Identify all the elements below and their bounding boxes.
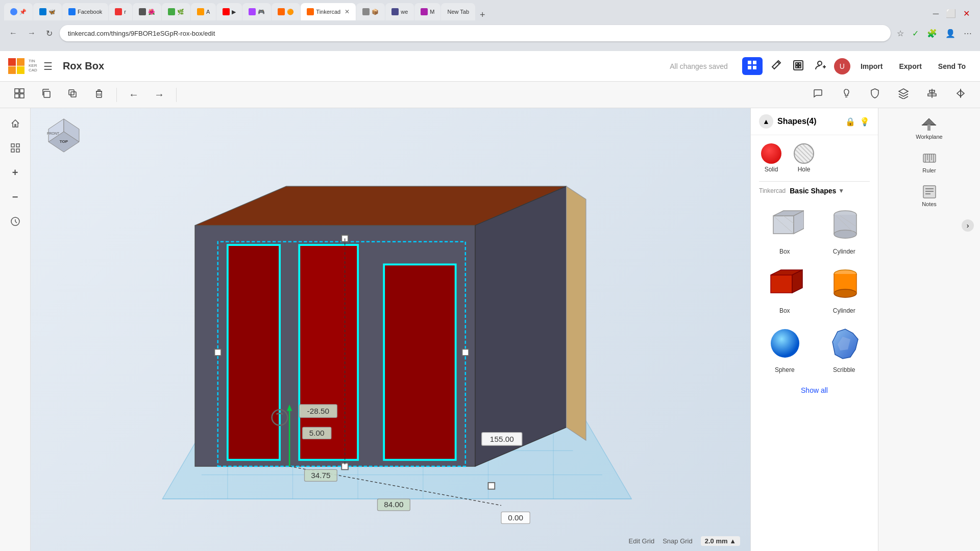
extensions-check[interactable]: ✓ [910,27,921,40]
shield-button[interactable] [864,84,886,105]
shapes-title: Shapes(4) [777,117,841,126]
tab-4[interactable]: r [109,3,132,20]
undo-button[interactable]: ← [123,85,144,104]
tab-facebook[interactable]: Facebook [62,3,108,20]
svg-rect-108 [927,124,930,131]
svg-marker-27 [957,90,961,96]
svg-marker-97 [771,275,792,293]
zoom-out-button[interactable]: − [6,188,24,206]
grid-controls: Edit Grid Snap Grid 2.0 mm ▲ [629,536,740,546]
delete-button[interactable] [88,84,110,105]
build-button[interactable] [767,56,785,76]
restore-button[interactable]: ⬜ [944,7,958,20]
shape-item-box-gray[interactable]: Box [759,204,811,255]
tab-7[interactable]: A [191,3,216,20]
tab-tinkercad[interactable]: Tinkercad✕ [301,3,356,20]
align-button[interactable] [921,84,943,105]
snap-grid-label: Snap Grid [663,537,693,545]
svg-rect-19 [96,91,102,97]
tab-5[interactable]: 🌺 [133,3,161,20]
tab-youtube[interactable]: ▶ [216,3,242,20]
tab-2[interactable]: 🦋 [33,3,62,20]
reset-view-button[interactable] [6,212,24,231]
shape-item-sphere[interactable]: Sphere [759,322,811,373]
new-tab-button[interactable]: + [476,10,489,20]
lightbulb-icon-button[interactable]: 💡 [860,117,870,127]
close-button[interactable]: ✕ [961,7,972,20]
tab-1[interactable]: 📌 [4,3,33,20]
library-dropdown[interactable]: Basic Shapes ▼ [790,187,844,195]
library-header: Tinkercad Basic Shapes ▼ [751,182,878,200]
fit-view-button[interactable] [6,139,24,157]
minimize-button[interactable]: ─ [931,7,941,20]
profile-button[interactable]: 👤 [943,27,958,40]
shapes-collapse-button[interactable]: ▲ [759,114,773,129]
shape-label-scribble: Scribble [833,366,855,373]
show-all-button[interactable]: Show all [801,386,828,394]
shapes-action-icons: 🔒 💡 [845,117,870,127]
sphere-thumb [764,322,805,363]
gallery-button[interactable] [789,56,807,76]
collapse-right-button[interactable]: › [962,219,974,232]
svg-point-92 [834,230,856,238]
lock-icon-button[interactable]: 🔒 [845,117,855,127]
address-input[interactable] [60,25,891,41]
tinkercad-logo: TINKERCAD [8,58,37,74]
svg-marker-28 [961,90,964,96]
svg-rect-13 [20,89,24,93]
svg-rect-64 [488,483,495,489]
lightbulb-button[interactable] [835,84,857,105]
hole-type[interactable]: Hole [794,143,814,173]
bookmark-button[interactable]: ☆ [895,27,906,40]
logo-cell-1 [8,58,16,66]
shape-item-box-red[interactable]: Box [759,263,811,314]
send-to-button[interactable]: Send To [932,58,972,74]
tab-6[interactable]: 🌿 [162,3,190,20]
tab-12[interactable]: 📦 [356,3,385,20]
project-title: Rox Box [63,60,104,72]
group-button[interactable] [8,84,31,105]
tab-13[interactable]: we [385,3,414,20]
edit-grid-label[interactable]: Edit Grid [629,537,655,545]
back-button[interactable]: ← [6,27,20,40]
refresh-button[interactable]: ↻ [43,27,56,40]
far-right-icons: Workplane Ruler [878,108,980,215]
notes-button[interactable]: Notes [915,180,944,211]
export-button[interactable]: Export [893,58,927,74]
svg-text:0.00: 0.00 [508,513,523,522]
workplane-label: Workplane [916,134,942,140]
grid-view-button[interactable] [742,57,763,75]
user-avatar[interactable]: U [834,58,850,74]
import-button[interactable]: Import [854,58,889,74]
mirror-button[interactable] [949,84,972,105]
tab-10[interactable]: 🟠 [272,3,300,20]
logo-text: TINKERCAD [29,59,37,72]
layers-button[interactable] [892,84,915,105]
tab-14[interactable]: M [414,3,440,20]
ruler-button[interactable]: Ruler [915,146,944,178]
address-bar: ← → ↻ ☆ ✓ 🧩 👤 ⋯ [0,20,980,46]
redo-button[interactable]: → [149,85,170,104]
home-button[interactable] [6,114,24,133]
zoom-in-button[interactable]: + [6,163,24,182]
extensions-button[interactable]: 🧩 [925,27,939,40]
duplicate-button[interactable] [61,84,84,105]
workplane-button[interactable]: Workplane [910,112,948,144]
tab-newtab[interactable]: New Tab [441,3,475,20]
svg-rect-14 [15,94,19,98]
viewport[interactable]: TOP FRONT [31,108,750,551]
shape-item-cylinder-orange[interactable]: Cylinder [819,263,870,314]
comment-button[interactable] [806,84,829,105]
add-user-button[interactable] [812,56,830,76]
solid-type[interactable]: Solid [761,143,781,173]
copy-button[interactable] [35,84,57,105]
forward-button[interactable]: → [24,27,39,40]
svg-rect-31 [11,149,14,152]
menu-button[interactable]: ☰ [43,60,53,72]
shape-item-cylinder-gray[interactable]: Cylinder [819,204,870,255]
shape-item-scribble[interactable]: Scribble [819,322,870,373]
tab-9[interactable]: 🎮 [242,3,271,20]
settings-button[interactable]: ⋯ [962,27,974,40]
snap-grid-value[interactable]: 2.0 mm ▲ [701,536,740,546]
svg-rect-32 [16,149,19,152]
